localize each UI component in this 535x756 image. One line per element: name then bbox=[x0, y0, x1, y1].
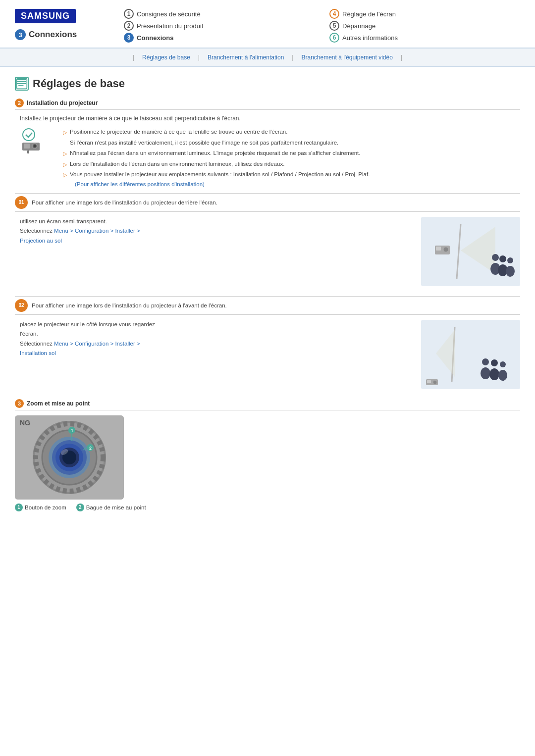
nav-item-6[interactable]: 6 Autres informations bbox=[329, 33, 520, 43]
bullet-arrow-3: ▷ bbox=[63, 150, 67, 158]
zoom-section: 3 Zoom et mise au point bbox=[15, 399, 520, 511]
projector-icon-svg bbox=[20, 128, 47, 155]
svg-point-4 bbox=[23, 129, 35, 141]
step02-block: 02 Pour afficher une image lors de l'ins… bbox=[15, 296, 520, 389]
step01-block: 01 Pour afficher une image lors de l'ins… bbox=[15, 193, 520, 286]
step01-desc: utilisez un écran semi-transparent. Séle… bbox=[20, 217, 411, 286]
bullet-text-1: Positionnez le projecteur de manière à c… bbox=[70, 128, 287, 136]
step01-line3: Projection au sol bbox=[20, 238, 62, 244]
nav-item-2[interactable]: 2 Présentation du produit bbox=[124, 21, 315, 31]
bullet-text-3: N'installez pas l'écran dans un environn… bbox=[70, 149, 360, 157]
nav-num-6: 6 bbox=[329, 33, 339, 43]
main-content: Réglages de base 2 Installation du proje… bbox=[0, 67, 535, 521]
projector-icon bbox=[20, 128, 47, 155]
step02-scene-svg bbox=[421, 320, 520, 389]
zoom-label-1-item: 1 Bouton de zoom bbox=[15, 504, 66, 511]
sub-nav-item-2[interactable]: Branchement à l'alimentation bbox=[200, 52, 292, 62]
sub-nav-item-1[interactable]: Réglages de base bbox=[134, 52, 198, 62]
svg-point-18 bbox=[507, 257, 513, 263]
step01-text: Pour afficher une image lors de l'instal… bbox=[32, 200, 217, 205]
svg-point-27 bbox=[489, 368, 499, 380]
step02-image bbox=[421, 320, 520, 389]
bullets-area: ▷ Positionnez le projecteur de manière à… bbox=[53, 128, 370, 187]
zoom-badge-1: 1 bbox=[15, 504, 23, 511]
nav-label-5: Dépannage bbox=[342, 22, 375, 30]
step02-line4: Installation sol bbox=[20, 350, 56, 356]
header-nav: 1 Consignes de sécurité 4 Réglage de l'é… bbox=[114, 9, 520, 43]
step02-line2: l'écran. bbox=[20, 331, 38, 337]
zoom-badge-2: 2 bbox=[76, 504, 84, 511]
connexions-badge-num: 3 bbox=[15, 29, 26, 40]
zoom-label-2-text: Bague de mise au point bbox=[86, 504, 146, 510]
svg-point-8 bbox=[34, 145, 36, 148]
section2-title: Zoom et mise au point bbox=[27, 400, 90, 407]
connexions-badge: 3 Connexions bbox=[15, 29, 77, 40]
install-positions-link[interactable]: (Pour afficher les différentes positions… bbox=[75, 181, 370, 187]
svg-text:NG: NG bbox=[20, 419, 30, 427]
section1-intro: Installez le projecteur de manière à ce … bbox=[15, 115, 520, 122]
section1-title: Installation du projecteur bbox=[27, 100, 98, 106]
nav-num-1: 1 bbox=[124, 9, 134, 19]
nav-item-4[interactable]: 4 Réglage de l'écran bbox=[329, 9, 520, 19]
svg-point-21 bbox=[443, 247, 448, 252]
bullet-item-3: ▷ N'installez pas l'écran dans un enviro… bbox=[63, 149, 370, 158]
svg-point-16 bbox=[499, 255, 506, 262]
bullet-item-1: ▷ Positionnez le projecteur de manière à… bbox=[63, 128, 370, 137]
sub-nav: | Réglages de base | Branchement à l'ali… bbox=[0, 49, 535, 67]
svg-text:2: 2 bbox=[89, 446, 92, 451]
svg-point-14 bbox=[492, 254, 499, 261]
lens-svg: 1 2 NG bbox=[15, 415, 124, 500]
samsung-logo: SAMSUNG bbox=[15, 9, 76, 23]
nav-num-5: 5 bbox=[329, 21, 339, 31]
zoom-labels: 1 Bouton de zoom 2 Bague de mise au poin… bbox=[15, 504, 146, 511]
svg-rect-9 bbox=[27, 151, 29, 153]
page-icon-svg bbox=[16, 77, 28, 91]
step02-content: placez le projecteur sur le côté lorsque… bbox=[15, 320, 520, 389]
nav-label-6: Autres informations bbox=[342, 34, 398, 42]
svg-point-28 bbox=[491, 359, 498, 366]
section2-badge: 3 bbox=[15, 399, 24, 408]
svg-rect-20 bbox=[436, 247, 441, 251]
nav-label-3: Connexions bbox=[137, 34, 173, 42]
connexions-label: Connexions bbox=[29, 30, 77, 40]
step01-menu: Menu > Configuration > Installer > bbox=[54, 228, 140, 234]
nav-label-2: Présentation du produit bbox=[137, 22, 203, 30]
nav-label-1: Consignes de sécurité bbox=[137, 10, 201, 18]
zoom-label-1-text: Bouton de zoom bbox=[25, 504, 66, 510]
page-title-area: Réglages de base bbox=[15, 77, 520, 91]
bullet-item-4: ▷ Lors de l'installation de l'écran dans… bbox=[63, 160, 370, 169]
step01-badge: 01 bbox=[15, 196, 28, 209]
svg-point-33 bbox=[433, 380, 437, 384]
step02-line3: Sélectionnez bbox=[20, 341, 53, 347]
step02-text: Pour afficher une image lors de l'instal… bbox=[32, 302, 227, 308]
nav-num-3: 3 bbox=[124, 33, 134, 43]
step01-line2: Sélectionnez bbox=[20, 228, 53, 234]
svg-rect-6 bbox=[24, 144, 30, 149]
nav-item-3[interactable]: 3 Connexions bbox=[124, 33, 315, 43]
svg-point-26 bbox=[482, 358, 489, 365]
nav-item-1[interactable]: 1 Consignes de sécurité bbox=[124, 9, 315, 19]
nav-item-5[interactable]: 5 Dépannage bbox=[329, 21, 520, 31]
bullet-arrow-1: ▷ bbox=[63, 128, 67, 137]
svg-text:1: 1 bbox=[71, 428, 73, 433]
step02-menu: Menu > Configuration > Installer > bbox=[54, 341, 140, 347]
header: SAMSUNG 3 Connexions 1 Consignes de sécu… bbox=[0, 0, 535, 49]
bullet-item-2: ▷ Si l'écran n'est pas installé vertical… bbox=[63, 139, 370, 148]
section2-header: 3 Zoom et mise au point bbox=[15, 399, 520, 410]
section1-badge: 2 bbox=[15, 99, 24, 107]
sub-nav-sep-right: | bbox=[401, 54, 402, 61]
nav-label-4: Réglage de l'écran bbox=[342, 10, 396, 18]
svg-point-29 bbox=[498, 370, 507, 381]
section1-header: 2 Installation du projecteur bbox=[15, 99, 520, 110]
step02-line1: placez le projecteur sur le côté lorsque… bbox=[20, 321, 155, 327]
page-title: Réglages de base bbox=[33, 77, 125, 90]
step01-line1: utilisez un écran semi-transparent. bbox=[20, 218, 107, 224]
step01-image bbox=[421, 217, 520, 286]
projector-area: ▷ Positionnez le projecteur de manière à… bbox=[15, 128, 520, 187]
svg-point-25 bbox=[481, 367, 490, 379]
sub-nav-item-3[interactable]: Branchement à l'équipement vidéo bbox=[293, 52, 400, 62]
bullet-text-4: Lors de l'installation de l'écran dans u… bbox=[70, 160, 284, 168]
step01-content: utilisez un écran semi-transparent. Séle… bbox=[15, 217, 520, 286]
step02-header: 02 Pour afficher une image lors de l'ins… bbox=[15, 296, 520, 315]
bullet-item-5: ▷ Vous pouvez installer le projecteur au… bbox=[63, 170, 370, 179]
